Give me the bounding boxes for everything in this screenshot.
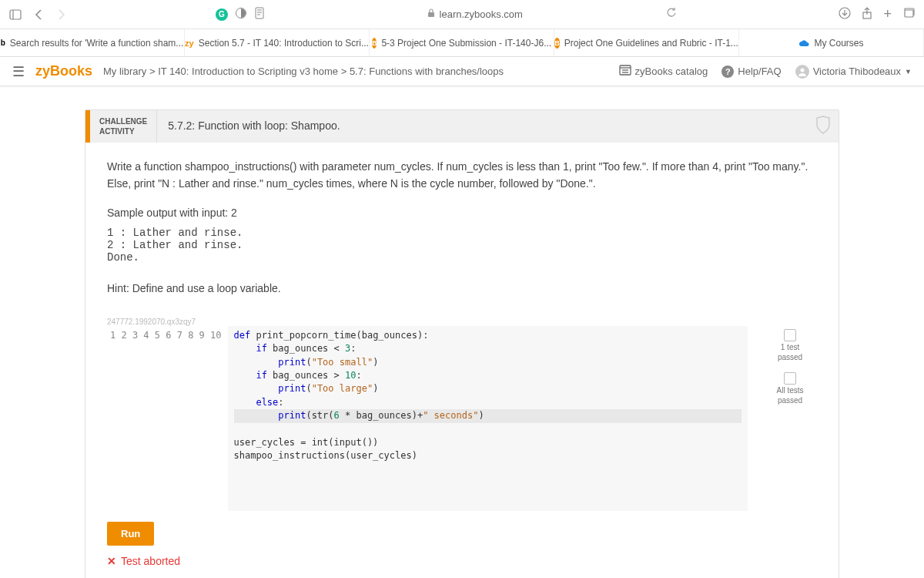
menu-icon[interactable]: ☰ [12,63,25,80]
code-editor[interactable]: 1 2 3 4 5 6 7 8 9 10 def print_popcorn_t… [107,326,748,511]
help-icon: ? [721,66,734,78]
code-id: 247772.1992070.qx3zqy7 [85,318,839,326]
favicon-b: b [1,38,5,49]
browser-tab-1[interactable]: zy Section 5.7 - IT 140: Introduction to… [185,29,370,56]
tab-label: 5-3 Project One Submission - IT-140-J6..… [381,38,551,49]
chevron-down-icon: ▼ [905,68,912,76]
sample-output-label: Sample output with input: 2 [107,207,817,219]
svg-rect-0 [10,10,21,19]
favicon-cloud [798,38,809,49]
activity-title: 5.7.2: Function with loop: Shampoo. [157,110,839,143]
activity-badge: CHALLENGE ACTIVITY [90,110,157,143]
test-aborted-message: ✕ Test aborted [85,549,839,578]
notes-ext-icon[interactable] [254,7,265,22]
user-menu[interactable]: Victoria Thibodeaux ▼ [795,65,912,79]
sample-output: 1 : Lather and rinse. 2 : Lather and rin… [107,227,817,264]
svg-rect-7 [428,12,434,17]
tab-label: Search results for 'Write a function sha… [10,38,184,49]
line-gutter: 1 2 3 4 5 6 7 8 9 10 [107,326,228,511]
svg-point-17 [800,68,804,72]
breadcrumb[interactable]: My library > IT 140: Introduction to Scr… [103,66,608,77]
zybooks-header: ☰ zyBooks My library > IT 140: Introduct… [0,57,924,86]
activity-header: CHALLENGE ACTIVITY 5.7.2: Function with … [85,110,839,143]
back-icon[interactable] [32,8,45,21]
svg-rect-3 [256,8,263,18]
activity-instructions: Write a function shampoo_instructions() … [107,158,817,193]
checkbox-icon [784,329,796,341]
forward-icon[interactable] [55,8,68,21]
browser-toolbar: G learn.zybooks.com + [0,0,924,29]
tab-label: Section 5.7 - IT 140: Introduction to Sc… [199,38,369,49]
run-button[interactable]: Run [107,522,154,546]
browser-tab-0[interactable]: b Search results for 'Write a function s… [0,29,185,56]
lock-icon [427,8,435,20]
activity-hint: Hint: Define and use a loop variable. [107,282,817,294]
favicon-orange: B [554,38,560,49]
zybooks-logo[interactable]: zyBooks [35,63,92,79]
help-link[interactable]: ? Help/FAQ [721,66,781,78]
one-test-passed-indicator: 1 test passed [763,329,817,361]
reload-icon[interactable] [666,8,677,21]
tests-panel: 1 test passed All tests passed [763,326,817,511]
challenge-activity-card: CHALLENGE ACTIVITY 5.7.2: Function with … [85,109,839,578]
x-icon: ✕ [107,555,116,567]
tabs-icon[interactable] [902,8,915,22]
browser-tab-2[interactable]: B 5-3 Project One Submission - IT-140-J6… [370,29,554,56]
browser-tab-3[interactable]: B Project One Guidelines and Rubric - IT… [554,29,739,56]
tab-label: Project One Guidelines and Rubric - IT-1… [564,38,738,49]
shield-ext-icon[interactable] [236,8,246,22]
favicon-zy: zy [185,38,194,49]
browser-tab-4[interactable]: My Courses [739,29,924,56]
user-icon [795,65,809,79]
favicon-orange: B [372,38,377,49]
checkbox-icon [784,372,796,385]
all-tests-passed-indicator: All tests passed [763,372,817,405]
download-icon[interactable] [839,7,851,22]
share-icon[interactable] [862,7,872,22]
browser-tabs: b Search results for 'Write a function s… [0,29,924,57]
svg-rect-12 [905,10,913,17]
code-content[interactable]: def print_popcorn_time(bag_ounces): if b… [228,326,748,511]
sidebar-icon[interactable] [9,8,22,21]
url-host[interactable]: learn.zybooks.com [440,8,523,20]
catalog-link[interactable]: zyBooks catalog [619,65,708,78]
completion-shield-icon [815,116,831,137]
catalog-icon [619,65,631,78]
grammarly-icon[interactable]: G [216,8,228,21]
tab-label: My Courses [814,38,863,49]
plus-icon[interactable]: + [883,6,892,22]
